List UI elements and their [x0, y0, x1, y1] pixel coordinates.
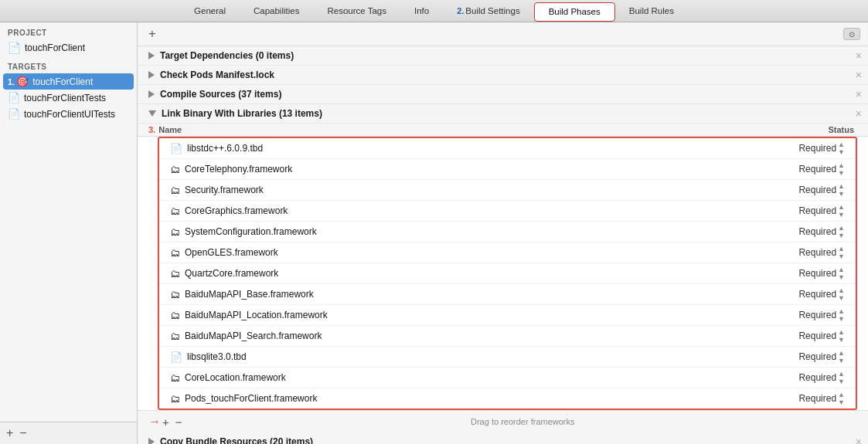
tab-build-rules[interactable]: Build Rules [615, 0, 688, 22]
sidebar-target-touchforclientuitests[interactable]: 📄 touchForClientUITests [0, 106, 137, 122]
target-label-3: touchForClientUITests [24, 109, 115, 120]
drag-label: Drag to reorder frameworks [189, 417, 857, 426]
tab-capabilities[interactable]: Capabilities [240, 0, 313, 22]
stepper-6[interactable]: ▲▼ [838, 266, 845, 281]
phase-title-3: Compile Sources (37 items) [160, 89, 281, 100]
sidebar-remove-button[interactable]: − [19, 426, 26, 440]
row-status-9: Required ▲▼ [752, 328, 845, 344]
frameworks-table: 📄 libstdc++.6.0.9.tbd Required ▲▼ 🗂 Core… [158, 137, 857, 410]
phase-close-5[interactable]: × [856, 436, 862, 444]
tab-build-settings[interactable]: 2.Build Settings [443, 0, 534, 22]
row-name-8: BaiduMapAPI_Location.framework [185, 310, 752, 320]
phase-check-pods[interactable]: Check Pods Manifest.lock × [138, 66, 868, 85]
targets-section-header: TARGETS [0, 56, 137, 73]
table-row[interactable]: 🗂 Pods_touchForClient.framework Required… [159, 388, 856, 408]
stepper-3[interactable]: ▲▼ [838, 203, 845, 219]
table-header-status: Status [764, 125, 857, 134]
phase-triangle-3 [148, 90, 155, 98]
table-row[interactable]: 🗂 Security.framework Required ▲▼ [159, 180, 856, 201]
row-status-2: Required ▲▼ [752, 182, 845, 198]
sidebar-target-touchforclienttests[interactable]: 📄 touchForClientTests [0, 90, 137, 106]
add-framework-button[interactable]: + [162, 415, 169, 429]
table-header-name: Name [158, 125, 764, 134]
filter-button[interactable]: ⊙ [843, 28, 860, 40]
stepper-7[interactable]: ▲▼ [838, 286, 845, 302]
stepper-4[interactable]: ▲▼ [838, 224, 845, 239]
row-status-7: Required ▲▼ [752, 286, 845, 302]
table-row[interactable]: 🗂 CoreGraphics.framework Required ▲▼ [159, 201, 856, 222]
row-status-0: Required ▲▼ [752, 141, 845, 156]
framework-icon: 🗂 [170, 164, 180, 175]
row-name-10: libsqlite3.0.tbd [187, 351, 752, 362]
row-status-5: Required ▲▼ [752, 245, 845, 260]
stepper-11[interactable]: ▲▼ [838, 370, 845, 385]
add-phase-button[interactable]: + [145, 27, 159, 41]
tab-resource-tags[interactable]: Resource Tags [313, 0, 400, 22]
tab-general[interactable]: General [180, 0, 240, 22]
table-row[interactable]: 📄 libstdc++.6.0.9.tbd Required ▲▼ [159, 138, 856, 159]
main-area: PROJECT 📄 touchForClient TARGETS 1. 🎯 to… [0, 22, 868, 444]
stepper-0[interactable]: ▲▼ [838, 141, 845, 156]
table-row[interactable]: 🗂 BaiduMapAPI_Location.framework Require… [159, 305, 856, 326]
phase-title-2: Check Pods Manifest.lock [160, 69, 274, 80]
table-header-row: 3. Name Status [138, 124, 868, 137]
tab-build-phases[interactable]: Build Phases [534, 2, 615, 22]
project-icon: 📄 [8, 42, 21, 54]
stepper-2[interactable]: ▲▼ [838, 182, 845, 198]
framework-icon: 🗂 [170, 185, 180, 196]
sidebar-add-button[interactable]: + [6, 426, 13, 440]
table-row[interactable]: 📄 libsqlite3.0.tbd Required ▲▼ [159, 347, 856, 368]
row-status-1: Required ▲▼ [752, 161, 845, 177]
remove-framework-button[interactable]: − [175, 415, 182, 429]
sidebar-target-touchforclient[interactable]: 1. 🎯 touchForClient [3, 73, 134, 90]
row-status-12: Required ▲▼ [752, 391, 845, 406]
stepper-8[interactable]: ▲▼ [838, 307, 845, 323]
phase-copy-bundle[interactable]: Copy Bundle Resources (20 items) × [138, 432, 868, 444]
tab-info[interactable]: Info [400, 0, 443, 22]
target-icon-3: 📄 [8, 108, 20, 120]
phase-title-1: Target Dependencies (0 items) [160, 50, 294, 61]
arrow-icon: → [148, 415, 161, 429]
phase-title-5: Copy Bundle Resources (20 items) [160, 436, 313, 444]
sidebar: PROJECT 📄 touchForClient TARGETS 1. 🎯 to… [0, 22, 138, 444]
framework-icon: 🗂 [170, 372, 180, 384]
phase-close-1[interactable]: × [856, 49, 862, 62]
row-status-3: Required ▲▼ [752, 203, 845, 219]
table-footer: → + − Drag to reorder frameworks [138, 410, 868, 432]
content-toolbar: + ⊙ [138, 22, 868, 46]
phase-target-dependencies[interactable]: Target Dependencies (0 items) × [138, 46, 868, 66]
table-row[interactable]: 🗂 CoreLocation.framework Required ▲▼ [159, 368, 856, 388]
table-row[interactable]: 🗂 OpenGLES.framework Required ▲▼ [159, 242, 856, 263]
table-row[interactable]: 🗂 SystemConfiguration.framework Required… [159, 222, 856, 242]
phase-close-4[interactable]: × [856, 107, 862, 120]
tab-bar: General Capabilities Resource Tags Info … [0, 0, 868, 22]
stepper-10[interactable]: ▲▼ [838, 349, 845, 364]
phase-close-3[interactable]: × [856, 88, 862, 100]
stepper-1[interactable]: ▲▼ [838, 161, 845, 177]
table-row[interactable]: 🗂 CoreTelephony.framework Required ▲▼ [159, 159, 856, 180]
file-icon: 📄 [170, 143, 182, 154]
phase-triangle-2 [148, 71, 155, 79]
table-row[interactable]: 🗂 BaiduMapAPI_Base.framework Required ▲▼ [159, 284, 856, 305]
row-status-10: Required ▲▼ [752, 349, 845, 364]
framework-icon: 🗂 [170, 205, 180, 217]
phase-title-4: Link Binary With Libraries (13 items) [162, 108, 322, 119]
row-status-8: Required ▲▼ [752, 307, 845, 323]
row-name-6: QuartzCore.framework [185, 268, 752, 279]
row-name-2: Security.framework [185, 185, 752, 195]
target-label-2: touchForClientTests [24, 93, 106, 103]
stepper-5[interactable]: ▲▼ [838, 245, 845, 260]
table-row[interactable]: 🗂 QuartzCore.framework Required ▲▼ [159, 263, 856, 284]
row-name-11: CoreLocation.framework [185, 372, 752, 383]
table-row[interactable]: 🗂 BaiduMapAPI_Search.framework Required … [159, 326, 856, 347]
phase-compile-sources[interactable]: Compile Sources (37 items) × [138, 85, 868, 104]
target-label-1: touchForClient [32, 76, 93, 87]
phase-link-binary[interactable]: Link Binary With Libraries (13 items) × [138, 104, 868, 124]
row-name-0: libstdc++.6.0.9.tbd [187, 143, 752, 154]
stepper-9[interactable]: ▲▼ [838, 328, 845, 344]
stepper-12[interactable]: ▲▼ [838, 391, 845, 406]
phase-triangle-5 [148, 438, 155, 444]
phase-close-2[interactable]: × [856, 69, 862, 81]
sidebar-project-item[interactable]: 📄 touchForClient [0, 39, 137, 56]
row-name-12: Pods_touchForClient.framework [185, 393, 752, 404]
